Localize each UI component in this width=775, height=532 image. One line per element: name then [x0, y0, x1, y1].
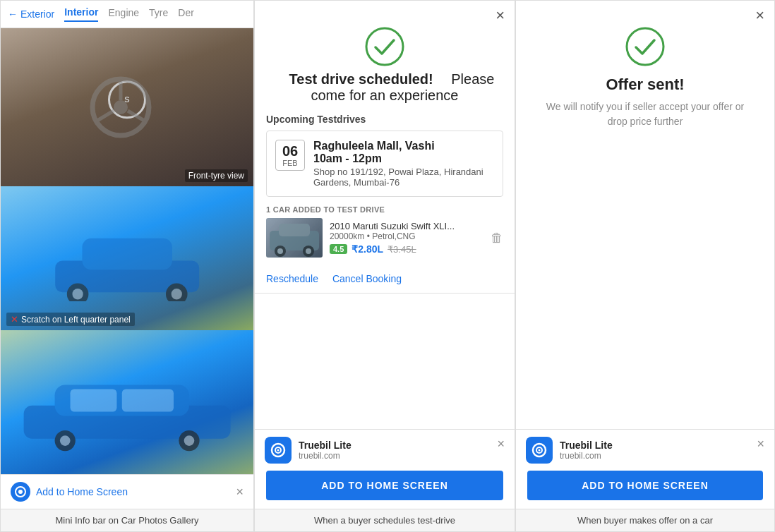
svg-point-27 — [306, 248, 311, 254]
cancel-booking-link[interactable]: Cancel Booking — [332, 273, 402, 284]
check-circle-icon — [364, 26, 405, 67]
date-day: 06 — [280, 143, 300, 159]
info-bar-text[interactable]: Add to Home Screen — [36, 486, 128, 497]
banner-url-mid: truebil.com — [299, 451, 352, 461]
banner-text-right: Truebil Lite truebil.com — [560, 440, 613, 461]
cars-added-label: 1 CAR ADDED TO TEST DRIVE — [266, 205, 503, 214]
tab-der[interactable]: Der — [178, 7, 194, 21]
price-original: ₹3.45L — [388, 244, 416, 255]
car-image-interior[interactable]: S Front-tyre view — [1, 28, 253, 186]
car-silhouette-icon — [26, 229, 228, 301]
banner-close-btn-right[interactable]: × — [757, 437, 764, 452]
car-images: S Front-tyre view ✕ — [1, 28, 253, 474]
right-close-btn[interactable]: × — [755, 8, 764, 23]
delete-car-btn[interactable]: 🗑 — [491, 231, 503, 246]
svg-point-14 — [60, 436, 71, 447]
banner-text-mid: Truebil Lite truebil.com — [299, 440, 352, 461]
target-logo-icon-right — [531, 442, 547, 458]
offer-check-circle-icon — [625, 26, 666, 67]
add-to-home-btn-mid[interactable]: ADD TO HOME SCREEN — [266, 471, 503, 500]
svg-point-8 — [72, 289, 83, 300]
svg-point-1 — [114, 100, 128, 114]
target-logo-icon-mid — [270, 442, 286, 458]
right-panel-caption: When buyer makes offer on a car — [516, 509, 774, 531]
action-links: Reschedule Cancel Booking — [266, 269, 503, 284]
svg-point-31 — [627, 28, 663, 65]
mid-panel-caption: When a buyer schedules test-drive — [255, 509, 515, 531]
truebil-logo-mid — [265, 437, 292, 464]
svg-point-25 — [277, 248, 283, 254]
car-price-row: 4.5 ₹2.80L ₹3.45L — [330, 243, 483, 255]
price-current: ₹2.80L — [352, 243, 383, 255]
target-icon — [14, 485, 27, 498]
mid-close-btn[interactable]: × — [495, 8, 505, 23]
offer-title: Offer sent! — [516, 75, 774, 94]
svg-point-34 — [539, 449, 541, 452]
info-bar-close-btn[interactable]: × — [236, 485, 244, 500]
tab-tyre[interactable]: Tyre — [149, 7, 168, 21]
panel-left: ← Exterior Interior Engine Tyre Der S Fr… — [0, 0, 254, 532]
back-arrow-icon: ← — [8, 8, 18, 20]
truebil-logo-right — [526, 437, 553, 464]
mid-modal-header: × — [255, 1, 515, 23]
date-box: 06 FEB — [275, 140, 305, 171]
svg-line-4 — [128, 111, 145, 121]
svg-point-10 — [171, 289, 181, 300]
svg-point-21 — [366, 28, 403, 65]
right-modal-header: × — [516, 1, 774, 23]
date-info: Raghuleela Mall, Vashi 10am - 12pm Shop … — [313, 140, 494, 188]
banner-title-right: Truebil Lite — [560, 440, 613, 451]
date-block: 06 FEB Raghuleela Mall, Vashi 10am - 12p… — [275, 140, 494, 188]
car-specs: 20000km • Petrol,CNG — [330, 231, 483, 241]
image-label-interior: Front-tyre view — [185, 169, 248, 182]
svg-point-20 — [18, 490, 23, 494]
nav-bar: ← Exterior Interior Engine Tyre Der — [1, 1, 253, 28]
add-to-home-banner-mid: Truebil Lite truebil.com × — [255, 429, 515, 471]
banner-close-btn-mid[interactable]: × — [497, 437, 505, 452]
panel-right: × Offer sent! We will notify you if sell… — [515, 0, 775, 532]
left-panel-caption: Mini Info bar on Car Photos Gallery — [1, 509, 253, 531]
banner-left-right: Truebil Lite truebil.com — [526, 437, 613, 464]
warning-icon: ✕ — [11, 314, 18, 325]
testdrive-time: 10am - 12pm — [313, 152, 494, 165]
car-silhouette-side-icon — [13, 373, 241, 452]
location-name: Raghuleela Mall, Vashi — [313, 140, 494, 152]
tab-engine[interactable]: Engine — [108, 7, 139, 21]
add-to-home-banner-right: Truebil Lite truebil.com × — [516, 429, 774, 471]
testdrive-card: 06 FEB Raghuleela Mall, Vashi 10am - 12p… — [266, 131, 503, 197]
banner-url-right: truebil.com — [560, 451, 613, 461]
warning-text: Scratch on Left quarter panel — [21, 315, 131, 325]
mid-title-block: Test drive scheduled! Please come for an… — [255, 71, 515, 104]
steering-wheel-icon — [89, 75, 152, 139]
panel-mid: × Test drive scheduled! Please come for … — [254, 0, 515, 532]
date-month: FEB — [280, 159, 300, 167]
back-button[interactable]: ← Exterior — [8, 8, 54, 20]
car-thumb-icon — [266, 218, 323, 258]
car-details: 2010 Maruti Suzuki Swift XLI... 20000km … — [330, 221, 483, 255]
mid-success-icon — [255, 26, 515, 67]
svg-point-30 — [277, 449, 280, 452]
add-to-home-bar: Add to Home Screen × — [1, 474, 253, 509]
testdrives-section-header: Upcoming Testdrives — [266, 114, 503, 125]
car-name: 2010 Maruti Suzuki Swift XLI... — [330, 221, 483, 231]
banner-title-mid: Truebil Lite — [299, 440, 352, 451]
car-image-exterior-blue[interactable]: ✕ Scratch on Left quarter panel — [1, 186, 253, 330]
banner-left-mid: Truebil Lite truebil.com — [265, 437, 352, 464]
car-item: 2010 Maruti Suzuki Swift XLI... 20000km … — [266, 218, 503, 262]
right-success-icon — [516, 26, 774, 67]
reschedule-link[interactable]: Reschedule — [266, 273, 318, 284]
svg-rect-18 — [122, 389, 174, 412]
testdrive-address: Shop no 191/192, Powai Plaza, Hirandani … — [313, 167, 494, 188]
add-to-home-btn-right[interactable]: ADD TO HOME SCREEN — [527, 471, 763, 500]
car-image-exterior-side[interactable] — [1, 330, 253, 474]
tab-interior[interactable]: Interior — [64, 6, 98, 22]
car-thumbnail — [266, 218, 323, 258]
image-label-warning: ✕ Scratch on Left quarter panel — [6, 313, 135, 326]
svg-point-16 — [184, 436, 195, 447]
svg-line-3 — [96, 111, 114, 121]
back-label: Exterior — [20, 8, 54, 20]
svg-rect-23 — [279, 224, 310, 236]
truebil-icon — [11, 482, 30, 502]
offer-subtitle: We will notify you if seller accept your… — [537, 99, 753, 129]
svg-rect-6 — [82, 238, 172, 270]
